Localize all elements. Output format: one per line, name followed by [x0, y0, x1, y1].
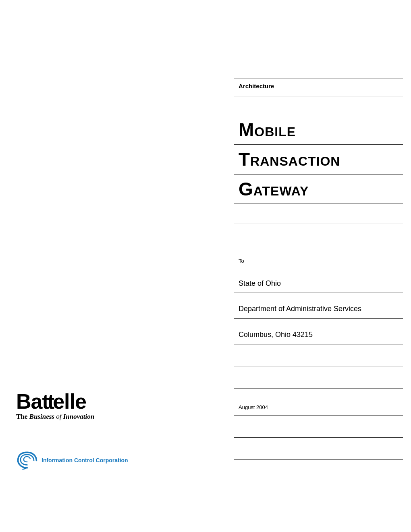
tagline-innovation: Innovation	[63, 413, 94, 420]
architecture-label: Architecture	[239, 83, 274, 89]
city-label: Columbus, Ohio 43215	[239, 330, 313, 339]
line-title-top	[234, 113, 403, 113]
battelle-logo-section: Battelle The Business of Innovation	[16, 391, 129, 421]
battelle-tagline: The Business of Innovation	[16, 413, 129, 421]
icc-logo-section: Information Control Corporation	[16, 449, 129, 472]
tagline-business: Business	[29, 413, 54, 420]
line-spacer-2	[234, 246, 403, 246]
line-title-mobile-bottom	[234, 144, 403, 145]
date-label: August 2004	[239, 404, 268, 410]
department-label: Department of Administrative Services	[239, 305, 361, 313]
line-spacer-1	[234, 224, 403, 224]
icc-name: Information Control Corporation	[42, 457, 128, 464]
line-title-transaction-bottom	[234, 174, 403, 175]
line-arch-bottom	[234, 96, 403, 96]
tagline-of: of	[56, 413, 63, 420]
line-dept-bottom	[234, 318, 403, 319]
battelle-logo-text: Battelle	[16, 391, 129, 412]
line-state-bottom	[234, 293, 403, 293]
title-mobile: Mobile	[239, 119, 296, 141]
line-final-2	[234, 459, 403, 460]
tagline-the: The	[16, 413, 27, 420]
line-date-bottom	[234, 415, 403, 416]
line-final-1	[234, 437, 403, 438]
line-after-1	[234, 366, 403, 366]
icc-swirl-icon	[16, 449, 38, 472]
line-arch-top	[234, 79, 403, 79]
icc-logo-container: Information Control Corporation	[16, 449, 129, 472]
line-columbus-bottom	[234, 345, 403, 345]
title-gateway: Gateway	[239, 178, 309, 200]
page: Architecture Mobile Transaction Gateway …	[0, 0, 411, 532]
line-after-2	[234, 388, 403, 389]
title-transaction: Transaction	[239, 148, 340, 170]
to-label: To	[239, 258, 244, 264]
line-title-gateway-bottom	[234, 204, 403, 204]
state-ohio: State of Ohio	[239, 279, 281, 288]
line-to-bottom	[234, 267, 403, 267]
